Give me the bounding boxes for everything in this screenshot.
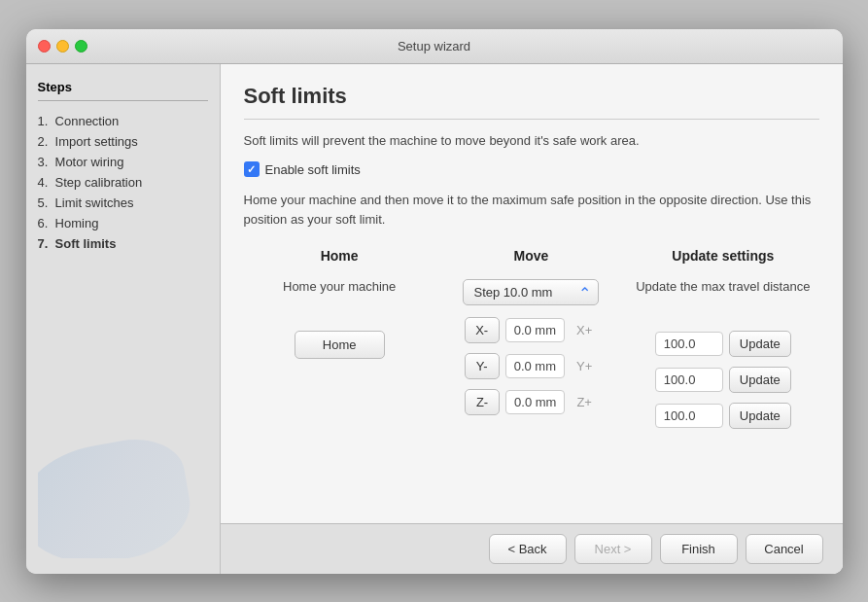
- cancel-button[interactable]: Cancel: [746, 534, 823, 564]
- home-machine-label: Home your machine: [283, 279, 396, 294]
- sidebar-item-connection: 1. Connection: [38, 111, 208, 131]
- sidebar-heading: Steps: [38, 80, 208, 101]
- home-button[interactable]: Home: [295, 331, 385, 359]
- update-row-z: Update: [655, 403, 791, 429]
- checkbox-label: Enable soft limits: [265, 162, 361, 177]
- maximize-button[interactable]: [75, 40, 87, 53]
- sidebar: Steps 1. Connection 2. Import settings 3…: [26, 64, 221, 574]
- home-column-header: Home: [321, 248, 359, 264]
- minimize-button[interactable]: [56, 40, 69, 53]
- y-minus-button[interactable]: Y-: [465, 353, 500, 379]
- enable-soft-limits-checkbox[interactable]: Enable soft limits: [244, 161, 361, 177]
- update-header-area: Update settings Update the max travel di…: [636, 248, 810, 303]
- columns-container: Home Home your machine Home Move Step 0.…: [244, 248, 819, 429]
- update-button-z[interactable]: Update: [729, 403, 791, 429]
- window-title: Setup wizard: [398, 39, 470, 53]
- step-select-wrapper: Step 0.1 mm Step 1.0 mm Step 10.0 mm Ste…: [463, 279, 599, 305]
- x-minus-button[interactable]: X-: [465, 317, 500, 343]
- update-column-label: Update the max travel distance: [636, 279, 810, 294]
- titlebar: Setup wizard: [26, 29, 843, 64]
- steps-list: 1. Connection 2. Import settings 3. Moto…: [38, 111, 208, 254]
- checkbox-row: Enable soft limits: [244, 161, 819, 177]
- update-row-x: Update: [655, 331, 791, 357]
- sidebar-item-limit-switches: 5. Limit switches: [38, 193, 208, 213]
- traffic-lights: [38, 40, 87, 53]
- axis-row-x: X- 0.0 mm X+: [465, 317, 599, 343]
- back-button[interactable]: < Back: [489, 534, 567, 564]
- sidebar-item-import-settings: 2. Import settings: [38, 131, 208, 152]
- update-button-x[interactable]: Update: [729, 331, 791, 357]
- sidebar-item-soft-limits: 7. Soft limits: [38, 233, 208, 254]
- axis-row-z: Z- 0.0 mm Z+: [465, 389, 598, 415]
- y-value: 0.0 mm: [505, 354, 565, 378]
- setup-wizard-window: Setup wizard Steps 1. Connection 2. Impo…: [26, 29, 843, 574]
- update-input-z[interactable]: [655, 404, 723, 428]
- y-plus-button[interactable]: Y+: [571, 355, 598, 377]
- move-column-header: Move: [514, 248, 549, 264]
- home-column: Home Home your machine Home: [244, 248, 435, 429]
- update-rows: Update Update Update: [655, 303, 791, 429]
- step-select[interactable]: Step 0.1 mm Step 1.0 mm Step 10.0 mm Ste…: [463, 279, 599, 305]
- content-area: Steps 1. Connection 2. Import settings 3…: [26, 64, 843, 574]
- sidebar-item-motor-wiring: 3. Motor wiring: [38, 152, 208, 172]
- sidebar-item-step-calibration: 4. Step calibration: [38, 172, 208, 193]
- footer: < Back Next > Finish Cancel: [221, 523, 843, 574]
- page-title: Soft limits: [244, 84, 819, 120]
- update-column: Update settings Update the max travel di…: [627, 248, 818, 429]
- z-plus-button[interactable]: Z+: [571, 391, 598, 413]
- instruction-text: Home your machine and then move it to th…: [244, 191, 819, 229]
- update-button-y[interactable]: Update: [729, 367, 791, 393]
- update-column-header: Update settings: [672, 248, 774, 264]
- update-row-y: Update: [655, 367, 791, 393]
- update-input-y[interactable]: [655, 368, 723, 392]
- axis-row-y: Y- 0.0 mm Y+: [465, 353, 599, 379]
- finish-button[interactable]: Finish: [660, 534, 738, 564]
- main-content: Soft limits Soft limits will prevent the…: [221, 64, 843, 523]
- decoration-graphic: [38, 431, 197, 558]
- move-column: Move Step 0.1 mm Step 1.0 mm Step 10.0 m…: [435, 248, 627, 429]
- main-panel: Soft limits Soft limits will prevent the…: [221, 64, 843, 574]
- update-input-x[interactable]: [655, 332, 723, 356]
- sidebar-decoration: [38, 264, 208, 558]
- x-plus-button[interactable]: X+: [571, 319, 598, 341]
- x-value: 0.0 mm: [505, 318, 565, 342]
- next-button[interactable]: Next >: [574, 534, 652, 564]
- description-text: Soft limits will prevent the machine to …: [244, 131, 819, 151]
- z-value: 0.0 mm: [505, 390, 565, 414]
- close-button[interactable]: [38, 40, 51, 53]
- checkbox-checked-icon: [244, 161, 260, 177]
- axis-rows: X- 0.0 mm X+ Y- 0.0 mm Y+: [465, 317, 599, 415]
- z-minus-button[interactable]: Z-: [465, 389, 500, 415]
- sidebar-item-homing: 6. Homing: [38, 213, 208, 233]
